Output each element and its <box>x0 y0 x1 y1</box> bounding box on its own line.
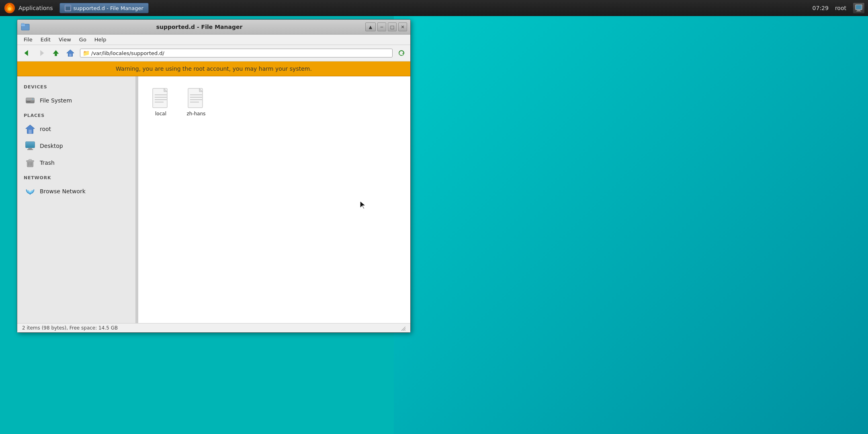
hdd-icon <box>25 95 36 106</box>
menu-view[interactable]: View <box>55 35 74 44</box>
forward-button[interactable] <box>35 47 48 59</box>
window-icon <box>20 22 30 32</box>
show-desktop-button[interactable] <box>853 2 865 14</box>
warning-text: Warning, you are using the root account,… <box>116 66 312 72</box>
status-bar: 2 items (98 bytes), Free space: 14.5 GB <box>17 323 410 332</box>
home-icon <box>25 123 36 135</box>
menu-go[interactable]: Go <box>76 35 90 44</box>
svg-rect-28 <box>29 160 31 161</box>
file-icon-local <box>149 87 172 109</box>
mouse-cursor <box>359 200 367 211</box>
svg-rect-4 <box>856 5 862 10</box>
file-grid: local zh-hans <box>145 83 404 121</box>
svg-rect-3 <box>65 5 71 7</box>
sidebar: DEVICES File System PLACES <box>17 76 136 323</box>
taskbar-right: 07:29 root <box>813 2 865 14</box>
back-button[interactable] <box>20 47 33 59</box>
taskbar-logo <box>3 2 16 14</box>
sidebar-item-filesystem[interactable]: File System <box>20 93 132 108</box>
svg-rect-24 <box>28 148 32 149</box>
menu-file[interactable]: File <box>20 35 36 44</box>
sidebar-section-devices: DEVICES <box>24 84 132 90</box>
sidebar-item-network-label: Browse Network <box>40 188 86 194</box>
status-text: 2 items (98 bytes), Free space: 14.5 GB <box>22 325 118 331</box>
address-bar[interactable]: 📁 /var/lib/locales/supported.d/ <box>80 49 393 57</box>
svg-marker-45 <box>360 201 366 209</box>
file-name-zh-hans: zh-hans <box>186 111 205 117</box>
svg-rect-23 <box>26 142 35 148</box>
sidebar-item-root[interactable]: root <box>20 121 132 137</box>
menu-help[interactable]: Help <box>91 35 110 44</box>
svg-rect-19 <box>27 101 31 102</box>
sidebar-item-network[interactable]: Browse Network <box>20 184 132 199</box>
svg-rect-5 <box>857 10 860 11</box>
window-minimize-button[interactable]: ─ <box>377 23 386 31</box>
svg-point-32 <box>29 193 31 195</box>
taskbar-apps-label[interactable]: Applications <box>18 5 53 11</box>
network-icon <box>25 186 36 197</box>
svg-point-1 <box>8 7 11 10</box>
up-directory-button[interactable] <box>49 47 62 59</box>
svg-rect-9 <box>21 23 24 25</box>
svg-rect-21 <box>29 130 31 133</box>
taskbar-time: 07:29 <box>813 5 829 11</box>
refresh-button[interactable] <box>396 47 407 59</box>
window-scroll-up-button[interactable]: ▲ <box>365 23 376 31</box>
svg-rect-15 <box>69 54 72 56</box>
window-title: supported.d - File Manager <box>33 24 365 30</box>
sidebar-item-root-label: root <box>40 126 51 132</box>
file-item-local[interactable]: local <box>145 83 177 121</box>
file-manager-window: supported.d - File Manager ▲ ─ □ ✕ File … <box>17 19 411 333</box>
svg-marker-10 <box>25 50 28 56</box>
file-item-zh-hans[interactable]: zh-hans <box>180 83 212 121</box>
window-close-button[interactable]: ✕ <box>398 23 407 31</box>
svg-marker-11 <box>40 50 44 56</box>
taskbar-window-button[interactable]: supported.d - File Manager <box>59 3 149 13</box>
warning-bar: Warning, you are using the root account,… <box>17 61 410 76</box>
svg-rect-25 <box>27 149 33 150</box>
svg-marker-12 <box>53 50 59 54</box>
desktop-icon <box>25 140 36 151</box>
svg-rect-6 <box>856 11 861 12</box>
sidebar-item-trash-label: Trash <box>40 160 55 166</box>
sidebar-section-places: PLACES <box>24 113 132 118</box>
menu-edit[interactable]: Edit <box>37 35 54 44</box>
sidebar-item-desktop[interactable]: Desktop <box>20 138 132 154</box>
file-name-local: local <box>155 111 166 117</box>
sidebar-section-network: NETWORK <box>24 175 132 180</box>
svg-point-18 <box>32 98 33 100</box>
svg-rect-13 <box>55 54 57 56</box>
address-bar-path: /var/lib/locales/supported.d/ <box>91 50 390 56</box>
taskbar: Applications supported.d - File Manager … <box>0 0 868 16</box>
window-maximize-button[interactable]: □ <box>388 23 397 31</box>
desktop-background <box>394 16 868 434</box>
window-titlebar: supported.d - File Manager ▲ ─ □ ✕ <box>17 20 410 35</box>
taskbar-user: root <box>835 5 846 11</box>
file-area[interactable]: local zh-hans <box>138 76 410 323</box>
menubar: File Edit View Go Help <box>17 35 410 45</box>
window-controls: ▲ ─ □ ✕ <box>365 23 407 31</box>
taskbar-window-label: supported.d - File Manager <box>74 5 143 11</box>
resize-handle[interactable] <box>400 325 405 331</box>
svg-line-48 <box>405 330 405 331</box>
toolbar: 📁 /var/lib/locales/supported.d/ <box>17 45 410 61</box>
sidebar-item-desktop-label: Desktop <box>40 143 63 149</box>
trash-icon <box>25 157 36 168</box>
sidebar-item-filesystem-label: File System <box>40 97 72 104</box>
main-content: DEVICES File System PLACES <box>17 76 410 323</box>
sidebar-item-trash[interactable]: Trash <box>20 155 132 170</box>
home-button[interactable] <box>64 47 77 59</box>
file-icon-zh-hans <box>185 87 207 109</box>
address-bar-folder-icon: 📁 <box>83 50 90 56</box>
